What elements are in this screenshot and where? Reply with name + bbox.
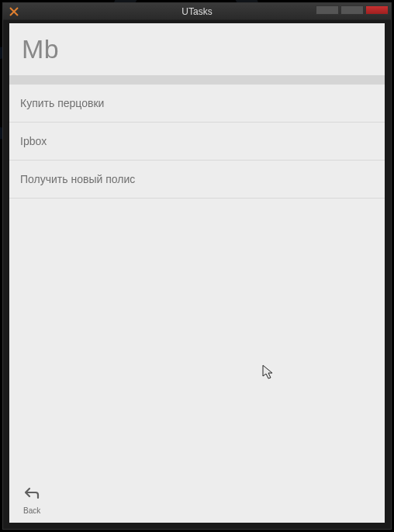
header-separator	[9, 75, 385, 85]
page-title: Mb	[22, 34, 372, 64]
back-label: Back	[23, 506, 40, 515]
minimize-button[interactable]	[316, 5, 339, 15]
back-button[interactable]: Back	[23, 486, 40, 515]
task-item[interactable]: Ipbox	[9, 123, 385, 161]
task-item[interactable]: Получить новый полис	[9, 161, 385, 199]
page-header: Mb	[9, 23, 385, 75]
window-controls	[316, 5, 389, 15]
maximize-button[interactable]	[340, 5, 364, 15]
footer-toolbar: Back	[9, 478, 385, 523]
window-frame: UTasks Mb Купить перцовки Ipbox Получить…	[2, 2, 392, 530]
close-button[interactable]	[365, 5, 389, 15]
app-body: Mb Купить перцовки Ipbox Получить новый …	[9, 23, 385, 523]
app-icon	[8, 5, 20, 18]
titlebar: UTasks	[3, 3, 391, 20]
back-icon	[23, 486, 40, 503]
task-item[interactable]: Купить перцовки	[9, 85, 385, 123]
task-list: Купить перцовки Ipbox Получить новый пол…	[9, 85, 385, 478]
